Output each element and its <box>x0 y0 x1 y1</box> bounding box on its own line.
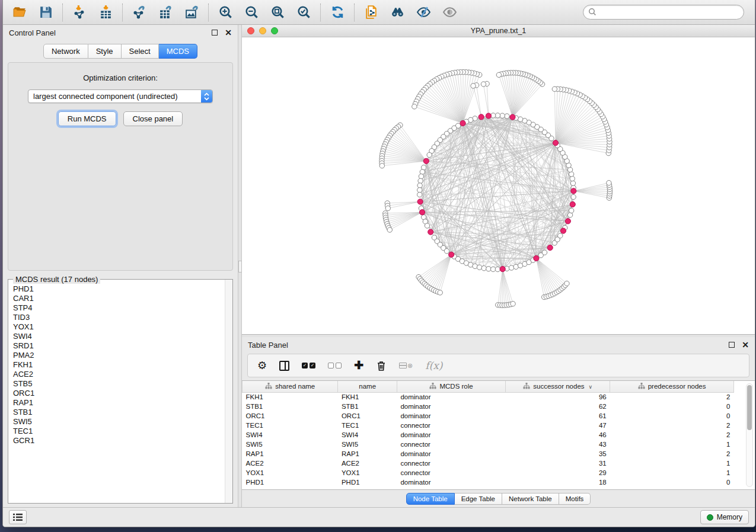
mcds-result-item[interactable]: SRD1 <box>13 341 225 351</box>
control-tab-select[interactable]: Select <box>122 44 159 59</box>
hide-panel-eye-icon[interactable] <box>415 4 432 21</box>
zoom-out-icon[interactable] <box>243 4 260 21</box>
table-tab-network-table[interactable]: Network Table <box>502 493 559 505</box>
table-toolbar: ⚙ ✓✓ ✚ ⊗ f(x) <box>247 354 749 377</box>
mcds-result-item[interactable]: TID3 <box>13 313 225 322</box>
mcds-result-item[interactable]: PHD1 <box>13 284 225 294</box>
table-row[interactable]: SWI5SWI5connector431 <box>243 440 734 449</box>
network-canvas[interactable] <box>242 37 755 334</box>
control-panel-title: Control Panel <box>9 28 56 37</box>
mcds-result-list[interactable]: PHD1CAR1STP4TID3YOX1SWI4SRD1PMA2FKH1ACE2… <box>8 280 225 503</box>
mcds-result-item[interactable]: RAP1 <box>13 398 225 408</box>
mcds-result-item[interactable]: ACE2 <box>13 370 225 379</box>
optimization-criterion-label: Optimization criterion: <box>8 73 232 82</box>
result-scrollbar[interactable] <box>225 280 232 503</box>
table-row[interactable]: YOX1YOX1connector291 <box>243 468 734 477</box>
zoom-selected-icon[interactable] <box>295 4 312 21</box>
search-network-icon[interactable] <box>389 4 406 21</box>
search-icon <box>588 8 596 18</box>
mcds-result-item[interactable]: TEC1 <box>13 427 225 436</box>
table-row[interactable]: SWI4SWI4dominator462 <box>243 430 734 440</box>
table-row[interactable]: STB1STB1dominator620 <box>243 402 734 411</box>
criterion-value: largest connected component (undirected) <box>28 90 201 102</box>
network-title: YPA_prune.txt_1 <box>242 27 755 35</box>
mcds-result-item[interactable]: STB5 <box>13 379 225 389</box>
mcds-result-item[interactable]: STP4 <box>13 303 225 313</box>
import-network-icon[interactable] <box>71 4 88 21</box>
close-panel-button[interactable]: Close panel <box>123 111 183 126</box>
delete-column-icon[interactable] <box>376 360 387 371</box>
memory-button[interactable]: Memory <box>700 510 749 524</box>
table-panel-title: Table Panel <box>248 341 288 350</box>
mcds-result-item[interactable]: STB1 <box>13 408 225 417</box>
search-input[interactable] <box>583 5 744 20</box>
node-table: shared namenameMCDS rolesuccessor nodes∨… <box>242 380 755 490</box>
vertical-splitter[interactable] <box>238 25 242 507</box>
table-scrollbar[interactable] <box>746 383 753 487</box>
table-row[interactable]: RAP1RAP1dominator352 <box>243 449 734 459</box>
mcds-result-item[interactable]: ORC1 <box>13 389 225 398</box>
status-bar: Memory <box>3 507 755 527</box>
column-header-predecessor-nodes[interactable]: predecessor nodes <box>610 381 734 392</box>
column-layout-icon[interactable] <box>279 361 289 371</box>
mcds-result-item[interactable]: FKH1 <box>13 360 225 370</box>
float-window-icon[interactable] <box>212 30 218 36</box>
open-folder-icon[interactable] <box>11 4 28 21</box>
criterion-dropdown[interactable]: largest connected component (undirected) <box>28 89 213 103</box>
table-tab-motifs[interactable]: Motifs <box>559 493 591 505</box>
import-table-icon[interactable] <box>97 4 114 21</box>
save-icon[interactable] <box>37 4 54 21</box>
mcds-result-item[interactable]: CAR1 <box>13 294 225 303</box>
network-title-bar[interactable]: YPA_prune.txt_1 <box>242 25 755 37</box>
zoom-in-icon[interactable] <box>217 4 234 21</box>
search-field-container <box>583 5 744 20</box>
network-window: YPA_prune.txt_1 <box>242 25 755 335</box>
column-header-shared-name[interactable]: shared name <box>243 381 338 392</box>
task-history-icon[interactable] <box>9 510 27 524</box>
mcds-result-title: MCDS result (17 nodes) <box>13 275 100 284</box>
select-all-columns-icon[interactable]: ✓✓ <box>302 363 315 368</box>
table-row[interactable]: ACE2ACE2connector311 <box>243 459 734 468</box>
function-builder-icon: f(x) <box>425 360 442 371</box>
close-panel-icon[interactable]: ✕ <box>225 30 232 36</box>
column-header-name[interactable]: name <box>338 381 397 392</box>
export-image-icon[interactable] <box>183 4 200 21</box>
table-tab-edge-table[interactable]: Edge Table <box>455 493 502 505</box>
mcds-controls: Optimization criterion: largest connecte… <box>8 62 233 271</box>
run-mcds-button[interactable]: Run MCDS <box>58 111 116 126</box>
table-row[interactable]: PHD1PHD1dominator180 <box>243 477 734 487</box>
control-tab-network[interactable]: Network <box>43 44 88 59</box>
control-panel-tabs: NetworkStyleSelectMCDS <box>43 44 197 59</box>
control-tab-mcds[interactable]: MCDS <box>159 44 197 59</box>
memory-status-icon <box>707 514 713 521</box>
float-table-panel-icon[interactable] <box>729 342 735 348</box>
table-tabs: Node TableEdge TableNetwork TableMotifs <box>406 493 591 505</box>
control-panel: Control Panel ✕ NetworkStyleSelectMCDS O… <box>3 25 238 507</box>
mcds-result-item[interactable]: SWI4 <box>13 332 225 341</box>
zoom-fit-icon[interactable] <box>269 4 286 21</box>
mcds-result-item[interactable]: GCR1 <box>13 436 225 446</box>
network-graph <box>242 37 755 334</box>
table-tab-node-table[interactable]: Node Table <box>406 493 455 505</box>
column-header-successor-nodes[interactable]: successor nodes∨ <box>506 381 610 392</box>
table-row[interactable]: FKH1FKH1dominator962 <box>243 392 734 402</box>
column-header-MCDS-role[interactable]: MCDS role <box>397 381 505 392</box>
settings-gear-icon[interactable]: ⚙ <box>257 360 267 371</box>
mcds-result-item[interactable]: SWI5 <box>13 417 225 427</box>
copy-network-icon[interactable] <box>363 4 379 21</box>
table-row[interactable]: ORC1ORC1dominator610 <box>243 411 734 421</box>
close-table-panel-icon[interactable]: ✕ <box>742 342 749 348</box>
mcds-result-item[interactable]: PMA2 <box>13 351 225 360</box>
dropdown-stepper-icon <box>201 90 212 102</box>
mcds-result-item[interactable]: YOX1 <box>13 322 225 332</box>
unselect-all-columns-icon[interactable] <box>328 363 342 368</box>
show-panel-eye-icon[interactable] <box>441 4 458 21</box>
mcds-result-group: MCDS result (17 nodes) PHD1CAR1STP4TID3Y… <box>8 279 233 504</box>
table-row[interactable]: TEC1TEC1connector472 <box>243 421 734 430</box>
refresh-icon[interactable] <box>329 4 346 21</box>
export-table-icon[interactable] <box>157 4 174 21</box>
control-tab-style[interactable]: Style <box>88 44 122 59</box>
application-window: Control Panel ✕ NetworkStyleSelectMCDS O… <box>2 0 755 527</box>
add-column-icon[interactable]: ✚ <box>354 360 363 371</box>
export-network-icon[interactable] <box>131 4 148 21</box>
